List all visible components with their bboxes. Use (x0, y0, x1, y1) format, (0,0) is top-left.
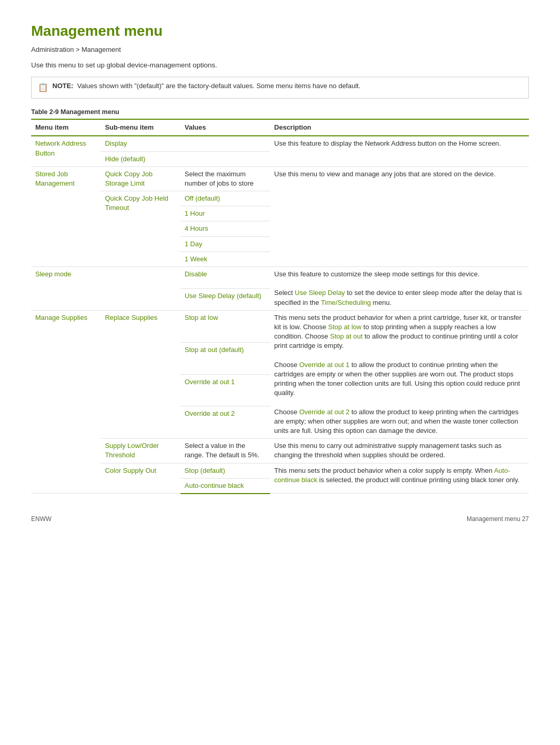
desc-stored-job: Use this menu to view and manage any job… (270, 166, 529, 266)
header-menu-item: Menu item (31, 119, 101, 136)
value-1-week: 1 Week (180, 251, 270, 266)
footer-right: Management menu 27 (467, 515, 529, 524)
table-row: Manage Supplies Replace Supplies Stop at… (31, 310, 529, 342)
breadcrumb-part1: Administration (31, 46, 74, 53)
header-values: Values (180, 119, 270, 136)
note-box: 📋 NOTE: Values shown with "(default)" ar… (31, 77, 529, 98)
value-empty2 (180, 151, 270, 166)
value-stop-at-out: Stop at out (default) (180, 342, 270, 374)
note-text: Values shown with "(default)" are the fa… (77, 82, 361, 90)
note-label: NOTE: (52, 82, 73, 90)
table-caption: Table 2-9 Management menu (31, 108, 529, 117)
value-select-max: Select the maximum number of jobs to sto… (180, 166, 270, 191)
desc-color-supply-out: This menu sets the product behavior when… (270, 463, 529, 494)
management-menu-table: Menu item Sub-menu item Values Descripti… (31, 119, 529, 494)
breadcrumb: Administration > Management (31, 45, 529, 54)
value-override-out-1: Override at out 1 (180, 374, 270, 406)
sub-menu-quick-copy-storage: Quick Copy Job Storage Limit (101, 166, 180, 191)
table-row: Sleep mode Disable Use this feature to c… (31, 267, 529, 289)
table-row: Network Address Button Display Use this … (31, 136, 529, 151)
value-empty (180, 136, 270, 151)
footer: ENWW Management menu 27 (31, 515, 529, 524)
sub-menu-sleep-empty (101, 267, 180, 311)
menu-item-manage-supplies: Manage Supplies (31, 310, 101, 494)
value-use-sleep-delay: Use Sleep Delay (default) (180, 288, 270, 310)
header-description: Description (270, 119, 529, 136)
sub-menu-replace-supplies: Replace Supplies (101, 310, 180, 438)
value-stop-at-low: Stop at low (180, 310, 270, 342)
value-stop-default: Stop (default) (180, 463, 270, 478)
desc-supply-low: Use this menu to carry out administrativ… (270, 439, 529, 463)
note-icon: 📋 (38, 82, 48, 93)
menu-item-stored-job: Stored Job Management (31, 166, 101, 266)
menu-item-sleep-mode: Sleep mode (31, 267, 101, 311)
value-1-day: 1 Day (180, 236, 270, 251)
footer-left: ENWW (31, 515, 51, 524)
breadcrumb-separator: > (74, 46, 81, 53)
breadcrumb-part2: Management (81, 46, 121, 53)
table-row: Color Supply Out Stop (default) This men… (31, 463, 529, 478)
page-title: Management menu (31, 21, 529, 41)
sub-menu-color-supply-out: Color Supply Out (101, 463, 180, 494)
value-1-hour: 1 Hour (180, 206, 270, 221)
value-disable: Disable (180, 267, 270, 289)
desc-network-address: Use this feature to display the Network … (270, 136, 529, 166)
value-off-default: Off (default) (180, 191, 270, 206)
desc-replace-supplies: This menu sets the product behavior for … (270, 310, 529, 438)
value-auto-continue-black: Auto-continue black (180, 478, 270, 494)
value-select-range: Select a value in the range. The default… (180, 439, 270, 463)
sub-menu-supply-low: Supply Low/Order Threshold (101, 439, 180, 463)
intro-text: Use this menu to set up global device-ma… (31, 61, 529, 71)
value-override-out-2: Override at out 2 (180, 406, 270, 439)
sub-menu-hide: Hide (default) (101, 151, 180, 166)
desc-sleep-mode: Use this feature to customize the sleep … (270, 267, 529, 311)
sub-menu-quick-copy-held: Quick Copy Job Held Timeout (101, 191, 180, 267)
note-content: NOTE: Values shown with "(default)" are … (52, 81, 360, 91)
sub-menu-display: Display (101, 136, 180, 151)
menu-item-network-address: Network Address Button (31, 136, 101, 166)
value-4-hours: 4 Hours (180, 221, 270, 236)
header-sub-menu: Sub-menu item (101, 119, 180, 136)
